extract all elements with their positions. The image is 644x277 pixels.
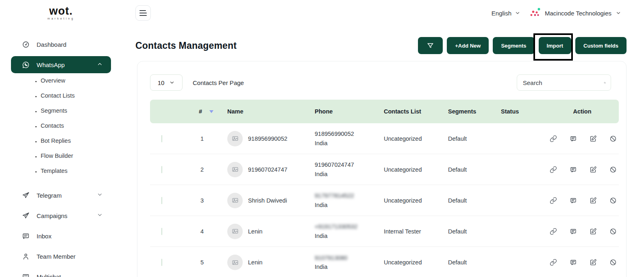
brand-logo: wot. marketing (41, 6, 81, 20)
per-page-select[interactable]: 10 (150, 74, 183, 91)
row-number: 2 (187, 166, 227, 173)
inbox-icon (22, 232, 30, 240)
phone-number: 918956990052 (315, 129, 384, 138)
message-icon[interactable] (570, 166, 577, 173)
edit-icon[interactable] (590, 259, 597, 266)
message-icon[interactable] (570, 228, 577, 235)
add-new-button[interactable]: +Add New (447, 37, 489, 54)
table-body: 1 918956990052 918956990052 India Uncate… (137, 123, 626, 277)
message-icon[interactable] (570, 259, 577, 266)
message-icon[interactable] (570, 197, 577, 204)
menu-toggle-button[interactable] (135, 5, 151, 21)
whatsapp-submenu-item[interactable]: Contact Lists (41, 92, 122, 107)
sort-descending-icon[interactable] (209, 110, 213, 113)
block-icon[interactable] (609, 197, 617, 204)
sidebar-item-telegram[interactable]: Telegram (11, 187, 111, 204)
sidebar-item-inbox[interactable]: Inbox (11, 227, 111, 244)
row-checkbox[interactable] (161, 166, 162, 173)
sidebar-item-campaigns[interactable]: Campaigns (11, 207, 111, 224)
sidebar-item-whatsapp[interactable]: WhatsApp (11, 56, 111, 73)
whatsapp-submenu-item[interactable]: Flow Builder (41, 153, 122, 168)
import-button[interactable]: Import (539, 37, 571, 54)
sidebar-item-label: Team Member (37, 253, 76, 260)
whatsapp-submenu-item[interactable]: Overview (41, 77, 122, 92)
edit-icon[interactable] (590, 197, 597, 204)
toolbar: +Add New Segments Import Custom fields (418, 37, 627, 54)
language-label: English (492, 10, 511, 17)
block-icon[interactable] (609, 166, 617, 173)
contacts-list-value: Uncategorized (384, 166, 448, 173)
whatsapp-icon (22, 61, 30, 69)
search-box (517, 74, 611, 91)
language-selector[interactable]: English (492, 10, 520, 17)
sidebar-nav: Dashboard WhatsApp Overview Contact List… (0, 36, 122, 277)
brand-tagline: marketing (41, 17, 81, 20)
edit-icon[interactable] (590, 166, 597, 173)
table-controls: 10 Contacts Per Page (137, 61, 626, 100)
sidebar-item-multichat[interactable]: Multichat (11, 268, 111, 277)
dashboard-icon (22, 41, 30, 48)
funnel-icon (426, 42, 434, 50)
image-placeholder-icon (232, 259, 239, 266)
segment-value: Default (448, 166, 501, 173)
phone-number: 917977814522 (315, 191, 384, 200)
contacts-list-value: Uncategorized (384, 259, 448, 266)
row-checkbox[interactable] (161, 135, 162, 142)
page-title: Contacts Management (135, 40, 237, 51)
whatsapp-submenu-item[interactable]: Bot Replies (41, 137, 122, 153)
col-contacts-list: Contacts List (384, 108, 448, 115)
link-icon[interactable] (550, 166, 557, 173)
phone-number: +919171330532 (315, 222, 384, 231)
image-placeholder-icon (232, 228, 239, 235)
link-icon[interactable] (550, 135, 557, 142)
chevron-down-icon[interactable] (97, 192, 103, 199)
block-icon[interactable] (609, 228, 617, 235)
avatar (227, 224, 243, 239)
block-icon[interactable] (609, 259, 617, 266)
company-logo-icon (529, 7, 541, 19)
sidebar-item-label: WhatsApp (37, 61, 65, 68)
filter-button[interactable] (418, 37, 443, 54)
row-checkbox[interactable] (161, 228, 162, 235)
image-placeholder-icon (232, 166, 239, 173)
per-page-label: Contacts Per Page (193, 79, 244, 86)
row-checkbox[interactable] (161, 197, 162, 204)
account-menu[interactable]: Macincode Technologies (529, 7, 621, 19)
segments-button[interactable]: Segments (493, 37, 534, 54)
table-row: 2 919607024747 919607024747 India Uncate… (150, 154, 619, 185)
link-icon[interactable] (550, 197, 557, 204)
whatsapp-submenu-item[interactable]: Templates (41, 168, 122, 183)
link-icon[interactable] (550, 259, 557, 266)
phone-number: 9107913080 (315, 253, 384, 262)
main-content: English Macincode Technologies Contacts … (122, 0, 644, 277)
sidebar-item-label: Dashboard (37, 41, 66, 48)
search-input[interactable] (523, 79, 604, 86)
chevron-up-icon[interactable] (97, 61, 103, 68)
edit-icon[interactable] (590, 228, 597, 235)
message-icon[interactable] (570, 135, 577, 142)
sidebar-item-team-member[interactable]: Team Member (11, 248, 111, 265)
avatar (227, 162, 243, 177)
multichat-icon (22, 273, 30, 277)
edit-icon[interactable] (590, 135, 597, 142)
table-row: 5 Lenin 9107913080 India Uncategorized D… (150, 247, 619, 277)
chevron-down-icon (616, 10, 621, 16)
row-number: 3 (187, 197, 227, 204)
row-checkbox[interactable] (161, 259, 162, 266)
brand-name: wot. (41, 6, 81, 17)
block-icon[interactable] (609, 135, 617, 142)
whatsapp-submenu-item[interactable]: Contacts (41, 122, 122, 137)
row-number: 4 (187, 228, 227, 235)
page-header: Contacts Management +Add New Segments Im… (135, 36, 627, 55)
custom-fields-button[interactable]: Custom fields (575, 37, 627, 54)
chevron-down-icon[interactable] (97, 212, 103, 219)
col-action: Action (550, 108, 619, 115)
link-icon[interactable] (550, 228, 557, 235)
per-page-value: 10 (158, 79, 165, 86)
person-icon (22, 253, 30, 260)
whatsapp-submenu-item[interactable]: Segments (41, 107, 122, 122)
sidebar-item-dashboard[interactable]: Dashboard (11, 36, 111, 53)
search-icon[interactable] (604, 79, 606, 86)
campaigns-icon (22, 212, 30, 220)
contact-name: 918956990052 (248, 135, 287, 142)
